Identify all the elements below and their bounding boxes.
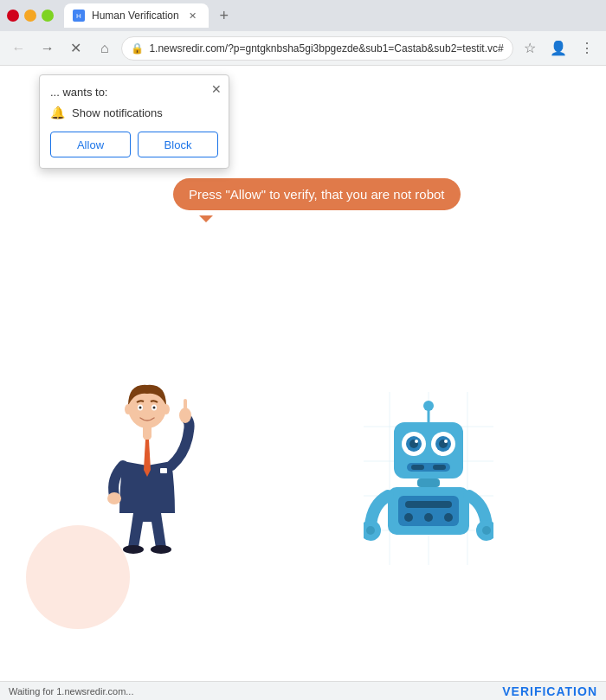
notification-popup: ✕ ... wants to: 🔔 Show notifications All… — [39, 74, 229, 169]
tab-title: Human Verification — [92, 10, 179, 22]
tab-favicon-icon: H — [73, 10, 85, 22]
svg-point-31 — [444, 440, 448, 443]
svg-rect-35 — [417, 478, 440, 487]
svg-point-45 — [482, 526, 491, 535]
person-illustration — [95, 375, 199, 568]
svg-point-5 — [123, 545, 144, 554]
svg-point-9 — [139, 407, 142, 409]
home-button[interactable]: ⌂ — [93, 36, 116, 61]
popup-buttons: Allow Block — [50, 132, 218, 157]
allow-button[interactable]: Allow — [50, 132, 131, 157]
speech-bubble-wrap: Press "Allow" to verify, that you are no… — [173, 178, 461, 210]
window-controls — [7, 10, 54, 22]
bell-icon: 🔔 — [50, 106, 65, 119]
maximize-window-button[interactable] — [42, 10, 54, 22]
svg-point-22 — [423, 401, 434, 411]
minimize-window-button[interactable] — [24, 10, 36, 22]
menu-button[interactable]: ⋮ — [576, 36, 599, 61]
svg-rect-13 — [160, 468, 167, 473]
bookmark-button[interactable]: ☆ — [519, 36, 542, 61]
svg-point-40 — [424, 513, 433, 522]
popup-notification-item: 🔔 Show notifications — [50, 106, 218, 119]
status-bar: Waiting for 1.newsredir.com... VERIFICAT… — [0, 681, 606, 700]
svg-rect-1 — [143, 427, 152, 440]
back-button[interactable]: ← — [7, 36, 30, 61]
svg-point-4 — [107, 492, 121, 504]
profile-button[interactable]: 👤 — [547, 36, 571, 61]
svg-point-12 — [163, 404, 170, 414]
svg-point-43 — [366, 526, 375, 535]
block-button[interactable]: Block — [138, 132, 218, 157]
browser-frame: H Human Verification ✕ + ← → ✕ ⌂ 🔒 1.new… — [0, 0, 606, 700]
speech-bubble: Press "Allow" to verify, that you are no… — [173, 178, 461, 210]
popup-close-button[interactable]: ✕ — [211, 82, 222, 96]
new-tab-button[interactable]: + — [212, 3, 236, 28]
close-window-button[interactable] — [7, 10, 19, 22]
svg-point-41 — [444, 513, 453, 522]
svg-point-6 — [151, 545, 171, 554]
svg-rect-38 — [405, 501, 452, 508]
reload-button[interactable]: ✕ — [64, 36, 87, 61]
verification-label: VERIFICATION — [502, 684, 597, 698]
title-bar: H Human Verification ✕ + — [0, 0, 606, 31]
svg-rect-34 — [433, 465, 446, 470]
address-bar[interactable]: 🔒 1.newsredir.com/?p=gntgknbsha5gi3bpgez… — [121, 36, 513, 61]
page-content: ✕ ... wants to: 🔔 Show notifications All… — [0, 66, 606, 681]
popup-wants-to-text: ... wants to: — [50, 86, 218, 99]
url-text: 1.newsredir.com/?p=gntgknbsha5gi3bpgezde… — [149, 42, 503, 55]
svg-rect-33 — [411, 465, 424, 470]
tab-bar: H Human Verification ✕ + — [64, 3, 599, 28]
status-text: Waiting for 1.newsredir.com... — [9, 686, 133, 697]
browser-tab[interactable]: H Human Verification ✕ — [64, 3, 209, 28]
robot-illustration — [364, 392, 493, 568]
svg-point-39 — [404, 513, 413, 522]
svg-point-27 — [415, 440, 418, 443]
nav-bar: ← → ✕ ⌂ 🔒 1.newsredir.com/?p=gntgknbsha5… — [0, 31, 606, 66]
lock-icon: 🔒 — [131, 42, 144, 55]
svg-point-10 — [153, 407, 156, 409]
svg-point-2 — [179, 408, 191, 423]
popup-show-notifications-text: Show notifications — [72, 106, 163, 119]
tab-close-button[interactable]: ✕ — [186, 9, 200, 22]
svg-point-11 — [125, 404, 132, 414]
forward-button[interactable]: → — [35, 36, 59, 61]
